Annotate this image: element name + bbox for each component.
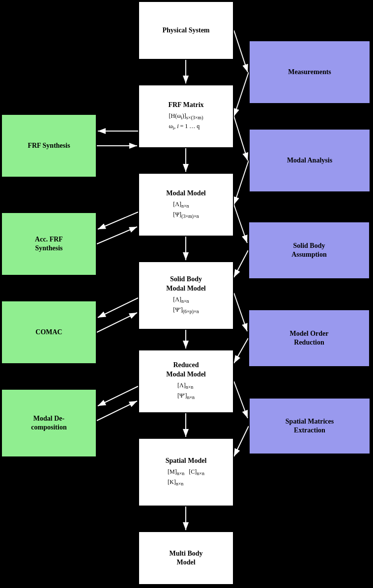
physical-system-box: Physical System — [138, 1, 234, 60]
reduced-modal-model-title: ReducedModal Model — [166, 361, 206, 378]
frf-matrix-box: FRF Matrix [H(ωi)]s×(3×m) ωi, i = 1 … q — [138, 84, 234, 148]
reduced-modal-model-content: [Λ]n×n [Ψ′]n×n — [177, 381, 195, 402]
modal-decomposition-title: Modal De-composition — [31, 414, 66, 432]
svg-line-8 — [234, 30, 248, 72]
spatial-matrices-extraction-title: Spatial MatricesExtraction — [286, 417, 334, 435]
spatial-model-box: Spatial Model [M]n×n [C]n×n [K]n×n — [138, 438, 234, 507]
solid-body-modal-model-title: Solid BodyModal Model — [166, 275, 206, 293]
svg-line-23 — [98, 298, 138, 318]
modal-analysis-box: Modal Analysis — [249, 129, 371, 192]
svg-line-24 — [97, 401, 137, 421]
acc-frf-synthesis-box: Acc. FRFSynthesis — [1, 212, 97, 276]
multi-body-model-title: Multi BodyModel — [169, 549, 202, 567]
svg-line-11 — [234, 293, 247, 331]
frf-synthesis-title: FRF Synthesis — [28, 141, 70, 150]
modal-model-box: Modal Model [Λ]n×n [Ψ](3×m)×n — [138, 173, 234, 237]
comac-box: COMAC — [1, 300, 97, 364]
measurements-box: Measurements — [249, 40, 371, 104]
svg-line-16 — [234, 338, 248, 363]
multi-body-model-box: Multi BodyModel — [138, 531, 234, 585]
comac-title: COMAC — [35, 328, 62, 337]
modal-decomposition-box: Modal De-composition — [1, 389, 97, 457]
solid-body-assumption-box: Solid BodyAssumption — [248, 221, 370, 279]
spatial-model-title: Spatial Model — [166, 456, 207, 465]
solid-body-assumption-title: Solid BodyAssumption — [291, 241, 327, 259]
solid-body-modal-model-content: [Λ]n×n [Ψ′](6×p)×n — [173, 295, 199, 316]
spatial-model-content: [M]n×n [C]n×n [K]n×n — [168, 467, 204, 488]
svg-line-15 — [234, 250, 248, 277]
acc-frf-synthesis-title: Acc. FRFSynthesis — [35, 235, 63, 253]
reduced-modal-model-box: ReducedModal Model [Λ]n×n [Ψ′]n×n — [138, 349, 234, 413]
svg-line-21 — [98, 212, 138, 229]
svg-line-12 — [234, 381, 248, 418]
modal-model-title: Modal Model — [166, 189, 206, 198]
physical-system-title: Physical System — [162, 26, 209, 35]
svg-line-13 — [234, 72, 249, 116]
model-order-reduction-title: Model OrderReduction — [290, 329, 329, 347]
frf-matrix-title: FRF Matrix — [168, 101, 203, 109]
frf-synthesis-box: FRF Synthesis — [1, 114, 97, 178]
svg-line-25 — [98, 386, 138, 406]
solid-body-modal-model-box: Solid BodyModal Model [Λ]n×n [Ψ′](6×p)×n — [138, 261, 234, 330]
measurements-title: Measurements — [288, 68, 331, 77]
svg-line-20 — [97, 227, 137, 244]
diagram-container: Physical System FRF Matrix [H(ωi)]s×(3×m… — [0, 0, 373, 588]
svg-line-17 — [234, 426, 249, 456]
svg-line-14 — [234, 160, 249, 205]
svg-line-9 — [234, 116, 248, 160]
svg-line-22 — [97, 313, 137, 332]
frf-matrix-content: [H(ωi)]s×(3×m) ωi, i = 1 … q — [169, 111, 203, 133]
modal-model-content: [Λ]n×n [Ψ](3×m)×n — [173, 200, 199, 221]
spatial-matrices-extraction-box: Spatial MatricesExtraction — [249, 398, 371, 454]
model-order-reduction-box: Model OrderReduction — [248, 309, 370, 367]
modal-analysis-title: Modal Analysis — [287, 156, 332, 165]
svg-line-10 — [234, 205, 247, 243]
